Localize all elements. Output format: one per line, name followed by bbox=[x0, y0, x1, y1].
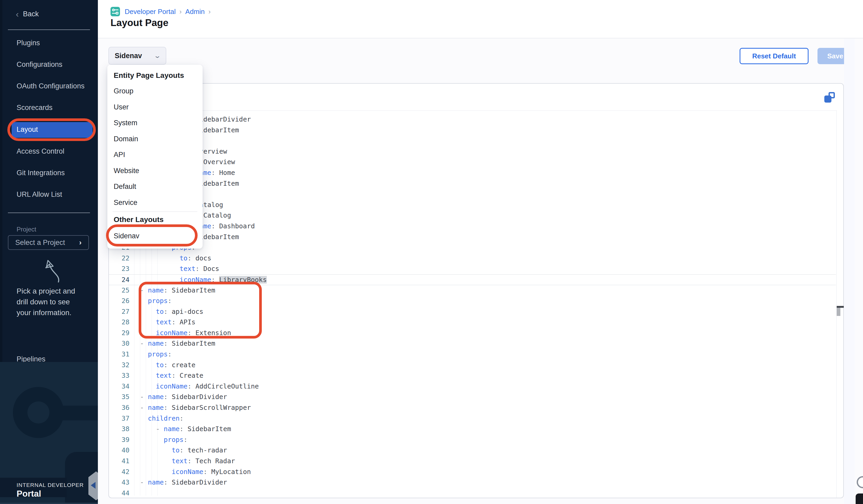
code-line-19[interactable]: 19 iconName: Dashboard bbox=[109, 221, 836, 232]
menu-item-default[interactable]: Default bbox=[107, 179, 203, 195]
code-text: to: api-docs bbox=[129, 306, 203, 317]
code-line-21[interactable]: 21 props: bbox=[109, 242, 836, 253]
line-number: 33 bbox=[109, 370, 129, 381]
page-header: Developer Portal›Admin› Layout Page bbox=[98, 0, 863, 38]
code-line-24[interactable]: 24 iconName: LibraryBooks bbox=[109, 274, 836, 285]
code-line-15[interactable]: 15 - name: SidebarItem bbox=[109, 178, 836, 189]
line-number: 42 bbox=[109, 467, 129, 477]
code-line-35[interactable]: 35- name: SidebarDivider bbox=[109, 392, 836, 402]
editor-scrollbar-thumb[interactable] bbox=[837, 308, 840, 316]
line-number: 28 bbox=[109, 317, 129, 328]
code-line-32[interactable]: 32 to: create bbox=[109, 360, 836, 370]
code-line-34[interactable]: 34 iconName: AddCircleOutline bbox=[109, 381, 836, 392]
code-line-25[interactable]: 25- name: SidebarItem bbox=[109, 285, 836, 296]
code-line-38[interactable]: 38 - name: SidebarItem bbox=[109, 424, 836, 434]
code-line-13[interactable]: 13 text: Overview bbox=[109, 157, 836, 167]
layout-type-select[interactable]: Sidenav ⌄ bbox=[109, 47, 166, 65]
breadcrumb: Developer Portal›Admin› bbox=[111, 7, 211, 16]
copy-button[interactable] bbox=[824, 92, 835, 103]
code-text: to: docs bbox=[129, 253, 211, 264]
code-line-16[interactable]: 16 props: bbox=[109, 189, 836, 200]
code-line-18[interactable]: 18 text: Catalog bbox=[109, 210, 836, 221]
code-line-17[interactable]: 17 to: catalog bbox=[109, 200, 836, 211]
code-line-28[interactable]: 28 text: APIs bbox=[109, 317, 836, 328]
code-text: props: bbox=[129, 296, 172, 306]
code-line-37[interactable]: 37 children: bbox=[109, 413, 836, 424]
sidebar-item-oauth-configurations[interactable]: OAuth Configurations bbox=[16, 82, 85, 90]
breadcrumb-separator: › bbox=[179, 8, 182, 16]
pipeline-node-hole bbox=[27, 401, 49, 424]
breadcrumb-link-developer-portal[interactable]: Developer Portal bbox=[125, 8, 176, 16]
code-text: - name: SidebarScrollWrapper bbox=[129, 402, 251, 413]
code-line-23[interactable]: 23 text: Docs bbox=[109, 264, 836, 274]
back-button[interactable]: ‹ Back bbox=[16, 10, 39, 18]
sidebar-item-plugins[interactable]: Plugins bbox=[16, 39, 40, 47]
code-text: props: bbox=[129, 434, 188, 445]
code-text: children: bbox=[129, 413, 184, 424]
code-editor[interactable]: 9 - name: SidebarDivider10 - name: Sideb… bbox=[109, 111, 836, 497]
editor-scrollbar-rail bbox=[836, 111, 837, 498]
code-text bbox=[129, 488, 140, 497]
page-scroll-gutter bbox=[844, 39, 854, 504]
sidebar-item-scorecards[interactable]: Scorecards bbox=[16, 104, 53, 112]
line-number: 27 bbox=[109, 306, 129, 317]
code-line-20[interactable]: 20 - name: SidebarItem bbox=[109, 232, 836, 242]
code-line-9[interactable]: 9 - name: SidebarDivider bbox=[109, 114, 836, 125]
menu-item-domain[interactable]: Domain bbox=[107, 131, 203, 147]
sidebar-item-git-integrations[interactable]: Git Integrations bbox=[16, 169, 65, 177]
code-text: - name: SidebarItem bbox=[129, 424, 231, 434]
sidebar-item-configurations[interactable]: Configurations bbox=[16, 61, 62, 69]
scrollbar-cursor-marker bbox=[837, 306, 844, 308]
code-line-27[interactable]: 27 to: api-docs bbox=[109, 306, 836, 317]
code-line-42[interactable]: 42 iconName: MyLocation bbox=[109, 467, 836, 477]
line-number: 24 bbox=[109, 275, 129, 285]
menu-item-service[interactable]: Service bbox=[107, 195, 203, 211]
line-number: 44 bbox=[109, 488, 129, 497]
code-line-33[interactable]: 33 text: Create bbox=[109, 370, 836, 381]
line-number: 41 bbox=[109, 456, 129, 467]
code-line-22[interactable]: 22 to: docs bbox=[109, 253, 836, 264]
chevron-left-icon: ‹ bbox=[16, 11, 19, 17]
code-text: iconName: MyLocation bbox=[129, 467, 251, 477]
menu-item-system[interactable]: System bbox=[107, 115, 203, 131]
code-line-30[interactable]: 30- name: SidebarItem bbox=[109, 338, 836, 349]
menu-item-sidenav[interactable]: Sidenav bbox=[107, 226, 203, 245]
line-number: 34 bbox=[109, 381, 129, 392]
code-text: - name: SidebarItem bbox=[129, 338, 215, 349]
code-line-39[interactable]: 39 props: bbox=[109, 434, 836, 445]
line-number: 36 bbox=[109, 402, 129, 413]
code-line-12[interactable]: 12 to: overview bbox=[109, 146, 836, 157]
project-select[interactable]: Select a Project › bbox=[8, 235, 89, 250]
code-text: iconName: AddCircleOutline bbox=[129, 381, 259, 392]
code-line-14[interactable]: 14 iconName: Home bbox=[109, 167, 836, 178]
menu-item-group[interactable]: Group bbox=[107, 83, 203, 99]
code-line-31[interactable]: 31 props: bbox=[109, 349, 836, 360]
project-select-label: Select a Project bbox=[15, 239, 65, 247]
code-line-40[interactable]: 40 to: tech-radar bbox=[109, 445, 836, 456]
code-line-11[interactable]: 11 props: bbox=[109, 136, 836, 146]
sidebar-item-access-control[interactable]: Access Control bbox=[16, 147, 64, 155]
code-line-10[interactable]: 10 - name: SidebarItem bbox=[109, 125, 836, 136]
sidebar-item-layout[interactable]: Layout bbox=[16, 125, 38, 134]
line-number: 23 bbox=[109, 264, 129, 274]
menu-item-user[interactable]: User bbox=[107, 99, 203, 115]
reset-default-button[interactable]: Reset Default bbox=[740, 48, 809, 64]
menu-item-website[interactable]: Website bbox=[107, 163, 203, 179]
breadcrumb-link-admin[interactable]: Admin bbox=[185, 8, 205, 16]
sidebar-item-url-allow-list[interactable]: URL Allow List bbox=[16, 190, 62, 199]
code-line-41[interactable]: 41 text: Tech Radar bbox=[109, 456, 836, 467]
code-line-43[interactable]: 43- name: SidebarDivider bbox=[109, 477, 836, 488]
menu-section-other: Other Layouts bbox=[107, 213, 203, 226]
line-number: 38 bbox=[109, 424, 129, 434]
code-line-26[interactable]: 26 props: bbox=[109, 296, 836, 306]
help-widget-icon[interactable] bbox=[857, 476, 863, 488]
help-widget-corner bbox=[855, 493, 863, 504]
menu-item-api[interactable]: API bbox=[107, 147, 203, 163]
footer-title: Portal bbox=[16, 489, 41, 499]
sidebar-divider-bottom bbox=[8, 213, 90, 213]
code-line-36[interactable]: 36- name: SidebarScrollWrapper bbox=[109, 402, 836, 413]
developer-portal-logo-icon bbox=[111, 7, 120, 16]
layout-code-panel: 9 - name: SidebarDivider10 - name: Sideb… bbox=[109, 83, 844, 498]
code-line-29[interactable]: 29 iconName: Extension bbox=[109, 328, 836, 339]
code-line-44[interactable]: 44 bbox=[109, 488, 836, 497]
